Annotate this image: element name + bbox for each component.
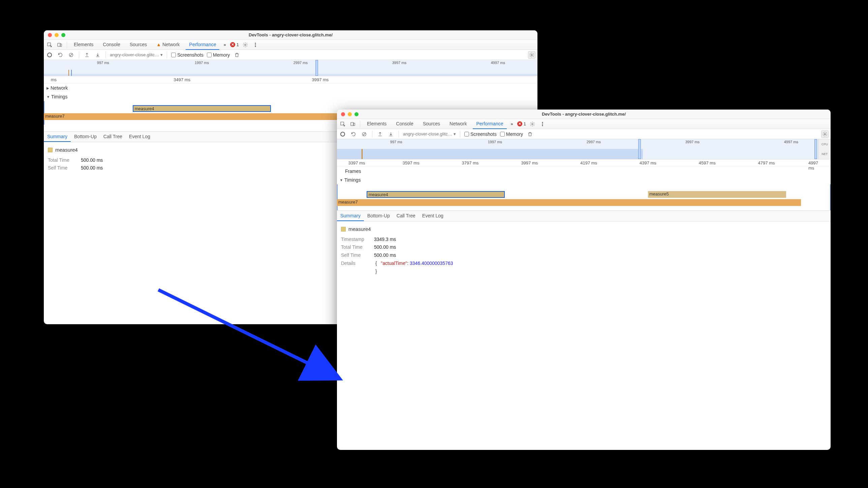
- settings-gear-icon[interactable]: [529, 120, 536, 128]
- overview-handle-left[interactable]: [638, 139, 641, 159]
- color-swatch: [48, 148, 53, 152]
- flame-ruler[interactable]: 3397 ms 3597 ms 3797 ms 3997 ms 4197 ms …: [337, 159, 831, 167]
- url-selector[interactable]: angry-clover-close.glitc…▾: [403, 131, 456, 136]
- url-selector[interactable]: angry-clover-close.glitc…▾: [110, 52, 163, 57]
- overview-handle-right[interactable]: [814, 139, 817, 159]
- traffic-lights[interactable]: [341, 112, 359, 116]
- tab-sources[interactable]: Sources: [420, 119, 443, 129]
- more-tabs-icon[interactable]: »: [509, 121, 515, 126]
- flame-ruler[interactable]: ms 3497 ms 3997 ms: [44, 76, 537, 84]
- window-title: DevTools - angry-clover-close.glitch.me/: [337, 112, 831, 117]
- trash-icon[interactable]: [233, 51, 241, 59]
- window-title: DevTools - angry-clover-close.glitch.me/: [44, 32, 537, 37]
- capture-settings-gear-icon[interactable]: [528, 51, 535, 59]
- tab-event-log[interactable]: Event Log: [419, 211, 447, 221]
- svg-point-13: [542, 122, 543, 123]
- overview-tick: 4997 ms: [491, 61, 505, 65]
- flame-bar-measure5[interactable]: measure5: [648, 191, 786, 198]
- close-icon[interactable]: [341, 112, 345, 116]
- upload-icon[interactable]: [376, 130, 384, 138]
- flame-bar-measure4[interactable]: measure4: [133, 105, 271, 112]
- svg-point-5: [255, 44, 256, 45]
- overview-flame: [337, 149, 831, 159]
- inspect-icon[interactable]: [46, 41, 53, 49]
- clear-icon[interactable]: [67, 51, 75, 59]
- inspect-icon[interactable]: [339, 120, 346, 128]
- perf-toolbar: angry-clover-close.glitc…▾ Screenshots M…: [44, 50, 537, 60]
- download-icon[interactable]: [94, 51, 101, 59]
- reload-icon[interactable]: [350, 130, 357, 138]
- titlebar[interactable]: DevTools - angry-clover-close.glitch.me/: [337, 110, 831, 119]
- more-tabs-icon[interactable]: »: [222, 42, 227, 47]
- tab-console[interactable]: Console: [99, 40, 123, 50]
- overview-tick: 2997 ms: [293, 61, 308, 65]
- track-network[interactable]: ▶Network: [44, 84, 537, 92]
- chevron-down-icon: ▾: [454, 131, 456, 136]
- reload-icon[interactable]: [57, 51, 64, 59]
- tab-performance[interactable]: Performance: [473, 119, 506, 129]
- capture-settings-gear-icon[interactable]: [821, 130, 829, 138]
- tab-elements[interactable]: Elements: [364, 119, 390, 129]
- overview-tick: 3997 ms: [392, 61, 406, 65]
- tab-performance[interactable]: Performance: [186, 40, 219, 50]
- track-timings[interactable]: ▼Timings: [44, 92, 537, 101]
- trash-icon[interactable]: [526, 130, 534, 138]
- timeline-overview[interactable]: 997 ms 1997 ms 2997 ms 3997 ms 4997 ms: [44, 60, 537, 76]
- device-toggle-icon[interactable]: [349, 120, 356, 128]
- traffic-lights[interactable]: [48, 33, 65, 37]
- memory-checkbox[interactable]: Memory: [500, 131, 523, 137]
- screenshots-checkbox[interactable]: Screenshots: [464, 131, 497, 137]
- kebab-menu-icon[interactable]: [252, 41, 259, 49]
- maximize-icon[interactable]: [354, 112, 359, 116]
- error-badge[interactable]: ✕1: [230, 42, 239, 47]
- tab-summary[interactable]: Summary: [337, 211, 364, 221]
- svg-point-17: [824, 133, 826, 135]
- clear-icon[interactable]: [361, 130, 368, 138]
- download-icon[interactable]: [387, 130, 395, 138]
- memory-checkbox[interactable]: Memory: [207, 52, 230, 58]
- ruler-tick: 3497 ms: [174, 77, 190, 82]
- tab-call-tree[interactable]: Call Tree: [393, 211, 419, 221]
- tab-summary[interactable]: Summary: [44, 132, 71, 142]
- flame-bar-measure7[interactable]: measure7: [337, 199, 801, 206]
- tab-bottom-up[interactable]: Bottom-Up: [71, 132, 100, 142]
- device-toggle-icon[interactable]: [56, 41, 63, 49]
- close-icon[interactable]: [48, 33, 52, 37]
- collapse-icon: ▼: [340, 178, 343, 182]
- tab-network[interactable]: ▲Network: [153, 40, 183, 50]
- settings-gear-icon[interactable]: [242, 41, 249, 49]
- record-button[interactable]: [46, 51, 53, 59]
- error-badge[interactable]: ✕1: [517, 121, 526, 126]
- tab-event-log[interactable]: Event Log: [126, 132, 154, 142]
- track-timings[interactable]: ▼Timings: [337, 176, 831, 184]
- net-label: NET: [822, 152, 828, 156]
- minimize-icon[interactable]: [348, 112, 352, 116]
- tab-network[interactable]: Network: [446, 119, 470, 129]
- screenshots-checkbox[interactable]: Screenshots: [171, 52, 204, 58]
- tab-bottom-up[interactable]: Bottom-Up: [364, 211, 393, 221]
- timestamp-label: Timestamp: [341, 236, 370, 244]
- minimize-icon[interactable]: [55, 33, 59, 37]
- tab-call-tree[interactable]: Call Tree: [100, 132, 126, 142]
- flame-bar-measure4[interactable]: measure4: [367, 191, 505, 198]
- devtools-window-2: DevTools - angry-clover-close.glitch.me/…: [337, 110, 831, 450]
- overview-tick: 2997 ms: [587, 140, 601, 144]
- upload-icon[interactable]: [83, 51, 91, 59]
- maximize-icon[interactable]: [61, 33, 65, 37]
- tab-sources[interactable]: Sources: [126, 40, 150, 50]
- svg-point-8: [531, 54, 532, 56]
- flame-chart[interactable]: measure4 measure5 measure7: [337, 184, 831, 211]
- titlebar[interactable]: DevTools - angry-clover-close.glitch.me/: [44, 30, 537, 40]
- record-button[interactable]: [339, 130, 346, 138]
- selected-name: measure4: [55, 146, 78, 154]
- track-frames[interactable]: Frames: [337, 167, 831, 176]
- svg-point-3: [245, 44, 246, 45]
- kebab-menu-icon[interactable]: [539, 120, 546, 128]
- timeline-overview[interactable]: 997 ms 1997 ms 2997 ms 3997 ms 4997 ms C…: [337, 139, 831, 159]
- error-circle-icon: ✕: [230, 42, 235, 47]
- overview-handle-left[interactable]: [315, 60, 318, 76]
- tab-console[interactable]: Console: [393, 119, 416, 129]
- ruler-tick: ms: [51, 77, 57, 82]
- ruler-tick: 3997 ms: [521, 160, 538, 165]
- tab-elements[interactable]: Elements: [70, 40, 97, 50]
